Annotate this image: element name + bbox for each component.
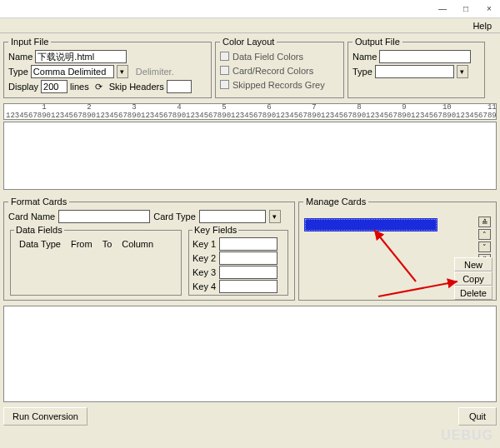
new-button[interactable]: New — [454, 257, 492, 271]
column-ruler: 1 2 3 4 5 6 7 8 9 10 11 12 1234567890123… — [3, 103, 497, 120]
format-cards-group: Format Cards Card Name Card Type ▾ Data … — [3, 197, 295, 301]
key2-label: Key 2 — [192, 253, 216, 263]
inputfile-delimiter-label: Delimiter. — [136, 67, 174, 77]
card-name-label: Card Name — [8, 212, 55, 222]
key1-field[interactable] — [219, 237, 278, 251]
col-from: From — [71, 239, 92, 249]
input-file-legend: Input File — [8, 37, 51, 47]
col-datatype: Data Type — [19, 239, 61, 249]
app-body: Input File Name Type ▾ Delimiter. Displa… — [0, 33, 500, 448]
cardrecordcolors-checkbox[interactable]: Card/Record Colors — [220, 63, 339, 77]
color-layout-group: Color Layout Data Field Colors Card/Reco… — [215, 37, 344, 98]
double-up-icon: ≙ — [482, 218, 488, 226]
annotation-arrow-icon — [374, 271, 466, 305]
watermark-text: UEBUG — [441, 428, 493, 443]
refresh-icon[interactable]: ⟳ — [92, 80, 107, 93]
inputfile-skipheaders-label: Skip Headers — [109, 82, 164, 92]
col-to: To — [102, 239, 112, 249]
input-file-group: Input File Name Type ▾ Delimiter. Displa… — [3, 37, 212, 98]
copy-button[interactable]: Copy — [454, 271, 492, 286]
quit-button[interactable]: Quit — [458, 407, 497, 426]
key3-field[interactable] — [219, 266, 278, 279]
menu-help[interactable]: Help — [469, 21, 495, 31]
inputfile-type-dropdown-icon[interactable]: ▾ — [117, 65, 128, 78]
move-down-button[interactable]: ˅ — [478, 241, 491, 252]
outputfile-type-label: Type — [352, 67, 372, 77]
card-type-label: Card Type — [153, 212, 196, 222]
ruler-ones: 1234567890123456789012345678901234567890… — [6, 112, 497, 120]
key-fields-group: Key Fields Key 1 Key 2 Key 3 Key 4 — [188, 225, 288, 296]
cardrecordcolors-label: Card/Record Colors — [232, 66, 313, 76]
annotation-arrow-icon — [349, 223, 424, 290]
move-up-button[interactable]: ˄ — [478, 229, 491, 240]
inputfile-type-field[interactable] — [31, 65, 114, 78]
datafieldcolors-label: Data Field Colors — [232, 52, 303, 62]
chevron-down-icon: ˅ — [482, 243, 487, 251]
delete-button[interactable]: Delete — [454, 286, 492, 300]
checkbox-icon — [220, 80, 229, 89]
data-fields-legend: Data Fields — [14, 225, 64, 235]
data-preview-area[interactable] — [3, 122, 497, 190]
manage-cards-legend: Manage Cards — [303, 197, 368, 207]
inputfile-skipheaders-field[interactable] — [167, 80, 192, 93]
window-titlebar: — □ × — [0, 0, 500, 18]
card-type-field[interactable] — [199, 210, 266, 223]
menu-bar: Help — [0, 18, 500, 33]
inputfile-lines-label: lines — [70, 82, 89, 92]
minimize-button[interactable]: — — [432, 2, 453, 17]
inputfile-name-label: Name — [8, 52, 32, 62]
key-fields-legend: Key Fields — [192, 225, 238, 235]
key1-label: Key 1 — [192, 239, 216, 249]
format-cards-legend: Format Cards — [8, 197, 69, 207]
manage-cards-selected-item[interactable] — [304, 218, 438, 231]
data-fields-group: Data Fields Data Type From To Column — [10, 225, 182, 296]
inputfile-type-label: Type — [8, 67, 28, 77]
output-file-legend: Output File — [352, 37, 402, 47]
key4-label: Key 4 — [192, 281, 216, 291]
outputfile-type-field[interactable] — [375, 65, 454, 78]
chevron-up-icon: ˄ — [482, 231, 487, 239]
log-output-area[interactable] — [3, 306, 497, 402]
outputfile-type-dropdown-icon[interactable]: ▾ — [457, 65, 468, 78]
col-column: Column — [122, 239, 153, 249]
key4-field[interactable] — [219, 280, 278, 293]
card-type-dropdown-icon[interactable]: ▾ — [269, 210, 281, 223]
card-name-field[interactable] — [58, 210, 150, 223]
color-layout-legend: Color Layout — [220, 37, 277, 47]
svg-line-0 — [374, 230, 416, 281]
outputfile-name-field[interactable] — [379, 50, 471, 63]
checkbox-icon — [220, 52, 229, 61]
skippedrecordsgrey-checkbox[interactable]: Skipped Records Grey — [220, 77, 339, 92]
outputfile-name-label: Name — [352, 52, 377, 62]
skippedrecordsgrey-label: Skipped Records Grey — [232, 80, 325, 90]
inputfile-display-field[interactable] — [41, 80, 68, 93]
svg-line-1 — [378, 281, 458, 296]
key3-label: Key 3 — [192, 267, 216, 277]
close-button[interactable]: × — [478, 2, 500, 17]
datafieldcolors-checkbox[interactable]: Data Field Colors — [220, 49, 339, 63]
inputfile-display-label: Display — [8, 82, 38, 92]
output-file-group: Output File Name Type ▾ — [348, 37, 485, 98]
manage-cards-group: Manage Cards ≙ ˄ ˅ ≚ New Copy Delete — [298, 197, 497, 301]
run-conversion-button[interactable]: Run Conversion — [3, 407, 88, 426]
move-top-button[interactable]: ≙ — [478, 217, 491, 227]
inputfile-name-field[interactable] — [35, 50, 127, 63]
key2-field[interactable] — [219, 251, 278, 265]
maximize-button[interactable]: □ — [455, 2, 477, 17]
checkbox-icon — [220, 66, 229, 75]
ruler-tens: 1 2 3 4 5 6 7 8 9 10 11 12 — [6, 104, 497, 112]
